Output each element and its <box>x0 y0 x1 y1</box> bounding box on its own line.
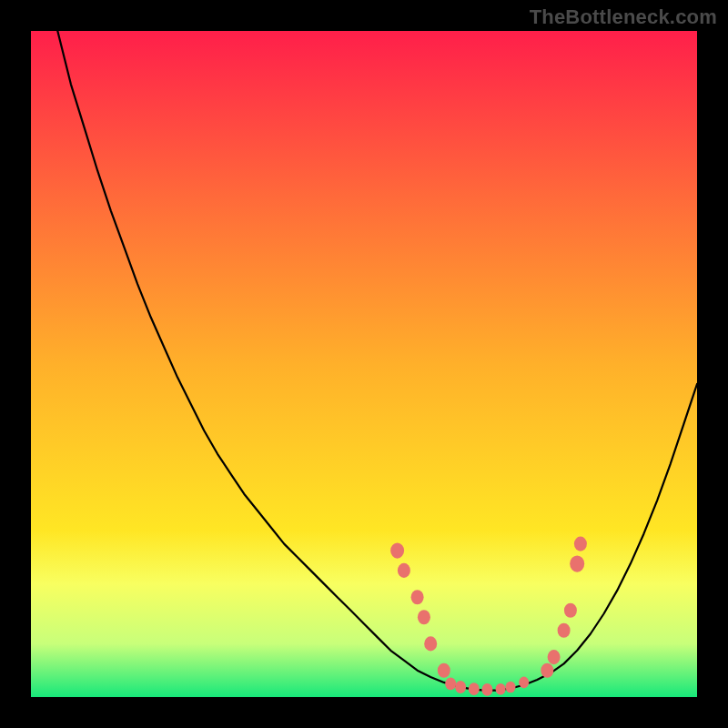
data-marker <box>445 678 456 691</box>
data-marker <box>398 563 410 578</box>
bottleneck-curve <box>31 31 697 691</box>
data-marker <box>418 610 430 624</box>
data-marker <box>438 663 450 678</box>
data-marker <box>481 683 492 696</box>
data-marker <box>558 623 571 638</box>
data-marker <box>541 663 553 678</box>
data-marker <box>411 590 424 604</box>
data-marker <box>564 603 577 618</box>
watermark-text: TheBottleneck.com <box>530 5 717 29</box>
plot-area <box>31 31 697 697</box>
data-marker <box>455 681 466 693</box>
data-marker <box>496 683 506 695</box>
chart-svg <box>31 31 697 697</box>
data-marker <box>506 682 516 693</box>
data-marker <box>390 542 404 558</box>
data-marker <box>548 650 561 664</box>
data-marker <box>424 636 437 651</box>
data-marker <box>519 677 529 689</box>
data-marker <box>570 555 584 571</box>
data-marker <box>469 682 480 695</box>
data-marker <box>574 537 587 551</box>
